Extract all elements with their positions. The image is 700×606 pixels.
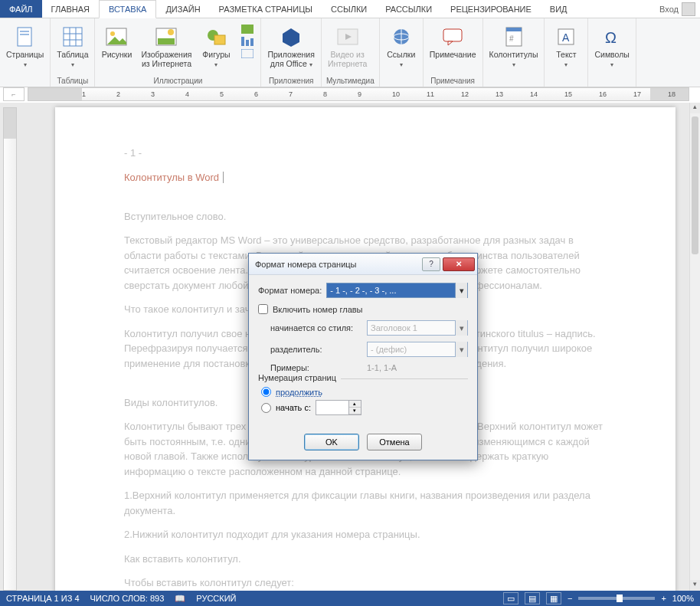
tab-review[interactable]: РЕЦЕНЗИРОВАНИЕ [441,0,541,18]
status-bar: СТРАНИЦА 1 ИЗ 4 ЧИСЛО СЛОВ: 893 📖 РУССКИ… [0,591,700,606]
smartart-icon[interactable] [241,25,254,34]
separator-label: разделитель: [270,345,362,354]
dialog-help-button[interactable]: ? [422,257,440,271]
dialog-title: Формат номера страницы [255,260,422,269]
symbols-button[interactable]: Ω Символы▾ [593,23,630,70]
tab-file[interactable]: ФАЙЛ [0,0,42,18]
group-comments-label: Примечания [428,75,478,87]
status-page[interactable]: СТРАНИЦА 1 ИЗ 4 [6,594,80,603]
status-words[interactable]: ЧИСЛО СЛОВ: 893 [90,594,165,603]
svg-rect-29 [506,28,522,31]
status-language[interactable]: РУССКИЙ [196,594,236,603]
ruler-row: ⌐ 123456789101112131415161718 [0,87,700,101]
svg-rect-14 [214,35,225,44]
format-label: Формат номера: [258,286,322,295]
examples-value: 1-1, 1-A [367,363,397,372]
group-tables-label: Таблицы [55,75,90,87]
page-number: - 1 - [124,146,607,161]
group-media-label: Мультимедиа [326,75,375,87]
para: 1.Верхний колонтитул применяется для фик… [124,488,607,518]
ok-button[interactable]: OK [304,434,359,450]
start-at-spinner[interactable]: ▴▾ [316,400,361,415]
number-format-combo[interactable]: - 1 -, - 2 -, - 3 -, ...▾ [326,283,468,298]
pages-button[interactable]: Страницы▾ [5,23,45,70]
tab-insert[interactable]: ВСТАВКА [99,0,156,18]
svg-rect-2 [20,34,29,35]
svg-rect-3 [64,28,82,46]
ribbon-tabs: ФАЙЛ ГЛАВНАЯ ВСТАВКА ДИЗАЙН РАЗМЕТКА СТР… [0,0,700,18]
pictures-button[interactable]: Рисунки [100,23,133,61]
table-button[interactable]: Таблица▾ [55,23,90,70]
headers-footers-button[interactable]: # Колонтитулы▾ [488,23,540,70]
numbering-legend: Нумерация страниц [258,373,341,382]
view-web-icon[interactable]: ▦ [546,592,561,604]
scroll-up-icon[interactable]: ▴ [690,103,700,113]
svg-point-11 [168,29,174,35]
group-links-label [384,84,418,87]
svg-rect-17 [246,40,249,46]
page-number-format-dialog: Формат номера страницы ? ✕ Формат номера… [248,253,478,460]
svg-rect-0 [18,28,31,46]
include-chapter-checkbox[interactable] [258,304,268,314]
tab-design[interactable]: ДИЗАЙН [156,0,209,18]
svg-rect-18 [250,38,254,46]
dialog-close-button[interactable]: ✕ [443,257,475,271]
tab-references[interactable]: ССЫЛКИ [322,0,376,18]
svg-rect-19 [241,49,254,58]
radio-start-label: начать с: [276,403,311,412]
para: 2.Нижний колонтитул подходит для указани… [124,527,607,542]
group-pages-label [5,84,45,87]
spinner-down-icon[interactable]: ▾ [349,408,361,414]
separator-combo: - (дефис)▾ [367,342,468,357]
view-read-icon[interactable]: ▭ [503,592,518,604]
ruler-corner[interactable]: ⌐ [3,87,25,101]
group-text-label [549,84,583,87]
chevron-down-icon[interactable]: ▾ [455,283,467,298]
user-avatar-icon[interactable] [682,2,695,16]
spinner-up-icon[interactable]: ▴ [349,401,361,408]
ribbon: Страницы▾ Таблица▾ Таблицы Рисунки Изобр… [0,18,700,87]
group-symbols-label [593,84,630,87]
cancel-button[interactable]: Отмена [367,434,422,450]
horizontal-ruler[interactable]: 123456789101112131415161718 [28,87,689,101]
comment-button[interactable]: Примечание [428,23,478,61]
zoom-slider[interactable] [578,597,655,600]
radio-continue-label: продолжить [276,388,322,397]
text-button[interactable]: A Текст▾ [549,23,583,70]
svg-rect-16 [241,37,244,46]
para: Вступительное слово. [124,209,607,224]
scroll-down-icon[interactable]: ▾ [690,580,700,591]
links-button[interactable]: Ссылки▾ [384,23,418,70]
svg-rect-1 [20,31,29,32]
scroll-thumb[interactable] [692,116,698,254]
tab-mailings[interactable]: РАССЫЛКИ [376,0,441,18]
svg-text:Ω: Ω [605,29,617,46]
para: Чтобы вставить колонтитул следует: [124,575,607,591]
status-proofing-icon[interactable]: 📖 [175,594,185,604]
tab-layout[interactable]: РАЗМЕТКА СТРАНИЦЫ [210,0,322,18]
vertical-ruler[interactable] [3,107,17,591]
chevron-down-icon: ▾ [455,320,467,336]
zoom-out-icon[interactable]: − [568,594,572,603]
online-pictures-button[interactable]: Изображения из Интернета [139,23,193,70]
vertical-scrollbar[interactable]: ▴ ▾ [689,103,700,591]
illustrations-extras[interactable] [239,23,256,60]
tab-home[interactable]: ГЛАВНАЯ [42,0,99,18]
radio-start-at[interactable] [261,403,271,413]
zoom-value[interactable]: 100% [672,594,694,603]
doc-title: Колонтитулы в Word [124,170,607,185]
tab-view[interactable]: ВИД [541,0,577,18]
include-chapter-label: Включить номер главы [273,305,363,314]
group-hf-label [488,84,540,87]
chart-icon[interactable] [241,37,254,46]
svg-marker-20 [283,28,299,47]
svg-rect-26 [443,29,462,41]
svg-rect-15 [241,25,254,34]
apps-button[interactable]: Приложения для Office ▾ [266,23,316,70]
view-print-icon[interactable]: ▤ [525,592,540,604]
zoom-in-icon[interactable]: + [661,594,666,603]
login-link[interactable]: Вход [659,5,679,14]
shapes-button[interactable]: Фигуры▾ [199,23,233,70]
radio-continue[interactable] [261,387,271,397]
screenshot-icon[interactable] [241,49,254,58]
